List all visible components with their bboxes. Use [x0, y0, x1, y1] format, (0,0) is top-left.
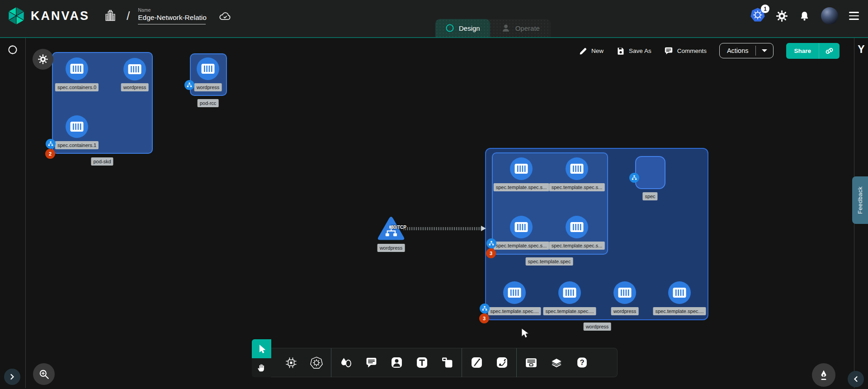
hamburger-menu-icon[interactable] — [849, 12, 859, 20]
svg-text:?: ? — [580, 358, 584, 367]
components-tool-button[interactable] — [278, 348, 304, 377]
save-icon — [616, 47, 625, 55]
pen-tool-button[interactable] — [812, 363, 835, 387]
k8s-context-switcher[interactable]: 1 — [750, 8, 765, 24]
archive-tool-button[interactable] — [519, 348, 544, 377]
group-label: wordpress — [584, 323, 611, 331]
node-label: spec.template.spec.s... — [494, 183, 549, 191]
actions-caret-button[interactable] — [755, 46, 773, 56]
relationship-badge[interactable] — [184, 80, 194, 90]
node-label: spec.containers.0 — [55, 83, 99, 91]
save-as-button[interactable]: Save As — [616, 47, 651, 55]
relationship-badge[interactable] — [629, 173, 639, 183]
container-node[interactable] — [566, 157, 588, 180]
new-pencil-icon — [579, 47, 587, 55]
organization-icon[interactable] — [104, 9, 117, 23]
comment-tool-button[interactable] — [359, 348, 384, 377]
design-name-label: Name — [138, 7, 207, 13]
help-tool-button[interactable]: ? — [569, 348, 594, 377]
doodle-tool-button[interactable] — [489, 348, 514, 377]
pen-draw-tool-button[interactable] — [464, 348, 489, 377]
container-node[interactable] — [503, 281, 526, 304]
relationship-badge[interactable] — [480, 304, 490, 313]
group-spec-template-spec[interactable] — [492, 152, 608, 255]
issue-count-badge[interactable]: 2 — [45, 149, 55, 159]
container-node[interactable] — [66, 115, 88, 138]
tab-design-label: Design — [459, 24, 480, 32]
design-name-input[interactable]: Edge-Network-Relatio — [138, 14, 207, 22]
group-label: pod-rcc — [198, 99, 219, 107]
container-node[interactable] — [66, 57, 88, 80]
text-tool-button[interactable] — [409, 348, 434, 377]
node-label: spec.template.spec.... — [543, 307, 596, 315]
actions-button[interactable]: Actions — [720, 43, 756, 58]
operate-person-icon — [501, 23, 511, 33]
container-node[interactable] — [613, 281, 636, 304]
kubernetes-tool-button[interactable] — [304, 348, 329, 377]
toolbar-divider — [516, 348, 517, 377]
user-avatar[interactable] — [821, 7, 838, 24]
share-group: Share — [786, 43, 840, 59]
layers-tool-button[interactable] — [544, 348, 569, 377]
feedback-tab[interactable]: Feedback — [852, 176, 868, 224]
node-label: spec.template.spec.... — [488, 307, 541, 315]
tab-operate[interactable]: Operate — [490, 19, 551, 37]
tab-operate-label: Operate — [515, 24, 540, 32]
note-tool-button[interactable] — [434, 348, 460, 377]
node-label: wordpress — [611, 307, 639, 315]
new-button[interactable]: New — [579, 47, 604, 55]
group-label: spec — [642, 192, 657, 200]
media-tool-button[interactable] — [384, 348, 409, 377]
canvas-config-gear-button[interactable] — [33, 49, 53, 70]
zoom-search-button[interactable] — [33, 363, 55, 385]
shapes-tool-button[interactable] — [333, 348, 359, 377]
app-header: KANVAS / Name Edge-Network-Relatio — [0, 0, 868, 38]
issue-count-badge[interactable]: 3 — [486, 248, 496, 258]
expand-left-panel-button[interactable] — [4, 369, 20, 385]
container-node[interactable] — [558, 281, 581, 304]
kanvas-logo[interactable]: KANVAS — [6, 6, 90, 26]
collapse-right-panel-button[interactable] — [848, 371, 864, 387]
pan-hand-tool-button[interactable] — [252, 358, 271, 377]
edge-wordpress-service[interactable] — [404, 227, 481, 230]
yaml-panel-icon[interactable]: Y — [858, 43, 864, 56]
group-spec[interactable] — [635, 156, 665, 189]
rail-swirl-icon[interactable] — [7, 44, 18, 55]
edge-arrowhead-icon — [481, 226, 486, 231]
select-tool-button[interactable] — [252, 339, 271, 358]
copy-link-button[interactable] — [819, 43, 840, 59]
container-node[interactable] — [510, 157, 533, 180]
container-node[interactable] — [123, 58, 146, 81]
comments-icon — [664, 46, 673, 55]
tab-design[interactable]: Design — [435, 19, 490, 37]
toolbar-main: ? — [271, 348, 618, 377]
container-node[interactable] — [668, 281, 691, 304]
mouse-cursor — [521, 328, 531, 341]
share-button[interactable]: Share — [786, 43, 819, 59]
design-canvas[interactable]: Y Feedback — [0, 38, 868, 388]
left-rail — [0, 38, 26, 388]
node-label: spec.template.spec.... — [653, 307, 706, 315]
breadcrumb-separator: / — [127, 9, 130, 23]
feedback-label: Feedback — [857, 186, 863, 214]
toolbar-divider — [462, 348, 462, 377]
node-label: spec.template.spec.s... — [549, 242, 605, 250]
new-button-label: New — [591, 47, 604, 54]
relationship-badge[interactable] — [486, 238, 496, 248]
pointer-tool-column — [252, 339, 271, 377]
design-name-field[interactable]: Name Edge-Network-Relatio — [138, 7, 207, 24]
node-label: spec.template.spec.s... — [494, 242, 549, 250]
design-name-underline — [138, 24, 206, 24]
kanvas-logo-icon — [6, 6, 26, 26]
settings-gear-icon[interactable] — [776, 10, 788, 22]
container-node[interactable] — [566, 216, 588, 238]
container-node[interactable] — [510, 216, 533, 238]
notifications-bell-icon[interactable] — [799, 10, 810, 22]
relationship-badge[interactable] — [46, 139, 56, 149]
issue-count-badge[interactable]: 3 — [479, 313, 489, 323]
group-label: pod-skd — [91, 157, 113, 166]
comments-button[interactable]: Comments — [664, 46, 707, 55]
logo-wordmark: KANVAS — [31, 9, 90, 23]
container-node[interactable] — [197, 57, 219, 80]
bottom-toolbar: ? — [252, 339, 618, 377]
